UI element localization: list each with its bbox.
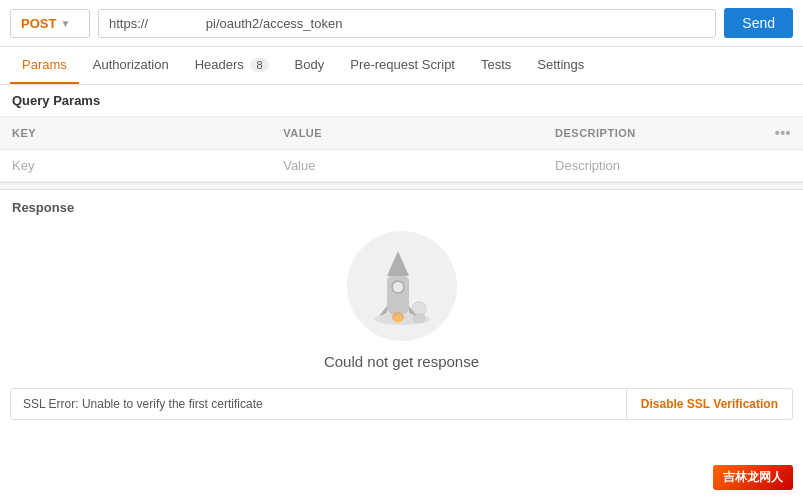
tab-body-label: Body — [295, 57, 325, 72]
disable-ssl-button[interactable]: Disable SSL Verification — [626, 389, 792, 419]
col-header-key: KEY — [0, 117, 271, 150]
illustration-area: Could not get response — [0, 221, 803, 388]
tab-body[interactable]: Body — [283, 47, 337, 84]
svg-marker-4 — [387, 251, 409, 276]
tab-authorization[interactable]: Authorization — [81, 47, 181, 84]
svg-point-5 — [392, 281, 404, 293]
more-options-icon[interactable]: ••• — [775, 125, 791, 141]
description-cell[interactable]: Description — [543, 150, 763, 182]
col-header-description: DESCRIPTION — [543, 117, 763, 150]
params-table: KEY VALUE DESCRIPTION ••• Key Value Desc… — [0, 117, 803, 182]
url-input[interactable] — [98, 9, 716, 38]
headers-badge: 8 — [250, 58, 268, 72]
tab-params-label: Params — [22, 57, 67, 72]
tab-headers-label: Headers — [195, 57, 244, 72]
col-header-value: VALUE — [271, 117, 543, 150]
value-cell[interactable]: Value — [271, 150, 543, 182]
rocket-illustration — [347, 231, 457, 341]
tab-tests[interactable]: Tests — [469, 47, 523, 84]
send-button[interactable]: Send — [724, 8, 793, 38]
error-bar: SSL Error: Unable to verify the first ce… — [10, 388, 793, 420]
response-header: Response — [0, 190, 803, 221]
tab-pre-request-script[interactable]: Pre-request Script — [338, 47, 467, 84]
key-cell[interactable]: Key — [0, 150, 271, 182]
col-header-actions: ••• — [763, 117, 803, 150]
tabs-bar: Params Authorization Headers 8 Body Pre-… — [0, 47, 803, 85]
method-label: POST — [21, 16, 56, 31]
table-row: Key Value Description — [0, 150, 803, 182]
chevron-down-icon: ▼ — [60, 18, 70, 29]
empty-response-message: Could not get response — [324, 353, 479, 370]
method-select[interactable]: POST ▼ — [10, 9, 90, 38]
query-params-header: Query Params — [0, 85, 803, 117]
tab-pre-request-label: Pre-request Script — [350, 57, 455, 72]
tab-tests-label: Tests — [481, 57, 511, 72]
row-actions — [763, 150, 803, 182]
query-params-label: Query Params — [12, 93, 100, 108]
svg-point-9 — [394, 315, 402, 323]
rocket-svg — [357, 241, 447, 331]
url-bar: POST ▼ Send — [0, 0, 803, 47]
tab-settings-label: Settings — [537, 57, 584, 72]
tab-settings[interactable]: Settings — [525, 47, 596, 84]
ssl-error-text: SSL Error: Unable to verify the first ce… — [11, 389, 626, 419]
tab-params[interactable]: Params — [10, 47, 79, 84]
watermark-badge: 吉林龙网人 — [713, 465, 793, 490]
response-section: Response — [0, 190, 803, 420]
tab-headers[interactable]: Headers 8 — [183, 47, 281, 84]
section-divider — [0, 182, 803, 190]
response-label: Response — [12, 200, 74, 215]
tab-authorization-label: Authorization — [93, 57, 169, 72]
